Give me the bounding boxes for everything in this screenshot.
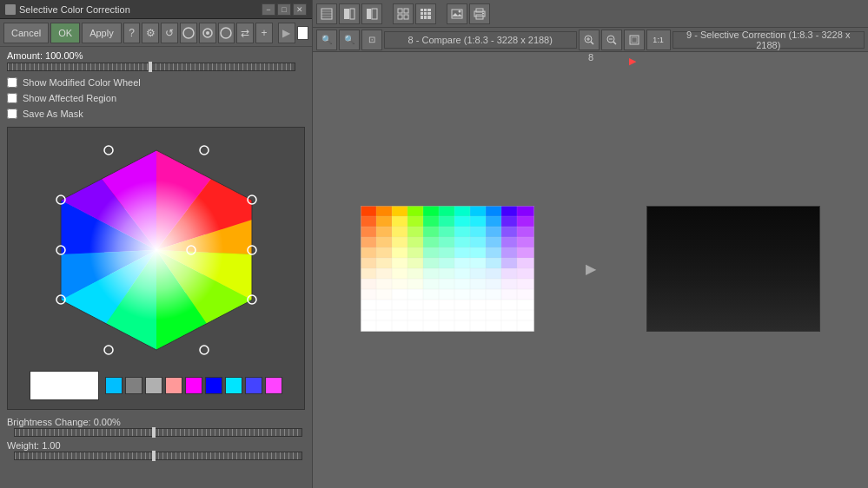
rt-btn-print[interactable] bbox=[469, 3, 490, 24]
swatch-lightpink[interactable] bbox=[165, 377, 182, 394]
svg-point-14 bbox=[200, 146, 209, 155]
svg-rect-146 bbox=[517, 279, 534, 289]
save-mask-checkbox[interactable] bbox=[7, 109, 17, 119]
scroll-arrow[interactable]: ▶ bbox=[278, 23, 295, 43]
svg-point-20 bbox=[104, 346, 113, 354]
zoom-fit-btn[interactable]: ⊡ bbox=[361, 30, 382, 50]
apply-button[interactable]: Apply bbox=[82, 23, 122, 43]
maximize-button[interactable]: □ bbox=[277, 3, 291, 16]
svg-rect-73 bbox=[407, 216, 423, 227]
hex-wheel[interactable] bbox=[39, 133, 274, 367]
zoom-in-btn[interactable]: 🔍 bbox=[316, 30, 337, 50]
tool1-button[interactable] bbox=[180, 23, 197, 43]
weight-slider-thumb[interactable] bbox=[152, 451, 156, 461]
svg-rect-188 bbox=[486, 320, 501, 332]
zoom-reset-btn[interactable] bbox=[624, 30, 645, 50]
rt-btn-grid1[interactable] bbox=[393, 3, 414, 24]
zoom-in-btn2[interactable] bbox=[579, 30, 600, 50]
svg-rect-67 bbox=[486, 206, 501, 216]
title-bar: Selective Color Correction − □ ✕ bbox=[0, 0, 312, 19]
svg-rect-182 bbox=[392, 320, 407, 332]
svg-rect-129 bbox=[423, 268, 439, 279]
ok-button[interactable]: OK bbox=[50, 23, 80, 43]
svg-rect-117 bbox=[407, 258, 423, 268]
swatch-pink[interactable] bbox=[265, 377, 282, 394]
svg-rect-106 bbox=[407, 247, 423, 258]
tool4-button[interactable]: ⇄ bbox=[236, 23, 254, 43]
tool2-button[interactable] bbox=[199, 23, 216, 43]
swatch-cyan2[interactable] bbox=[225, 377, 242, 394]
weight-slider-track[interactable] bbox=[14, 452, 302, 460]
rt-btn-view3[interactable] bbox=[361, 3, 382, 24]
swatch-cyan[interactable] bbox=[105, 377, 123, 394]
svg-rect-92 bbox=[361, 237, 376, 247]
svg-rect-136 bbox=[361, 279, 376, 289]
svg-rect-141 bbox=[439, 279, 454, 289]
svg-rect-113 bbox=[517, 247, 534, 258]
left-image-content[interactable]: /* we'll render this as colored rectangl… bbox=[316, 56, 579, 481]
title-bar-text: Selective Color Correction bbox=[19, 4, 262, 15]
swatch-magenta[interactable] bbox=[185, 377, 202, 394]
svg-rect-97 bbox=[439, 237, 454, 247]
minimize-button[interactable]: − bbox=[262, 3, 275, 16]
tool3-button[interactable] bbox=[218, 23, 235, 43]
tool5-button[interactable]: + bbox=[255, 23, 273, 43]
svg-rect-74 bbox=[423, 216, 439, 227]
zoom-out-btn2[interactable] bbox=[601, 30, 622, 50]
cancel-button[interactable]: Cancel bbox=[3, 23, 49, 43]
svg-rect-167 bbox=[501, 300, 517, 310]
svg-rect-162 bbox=[423, 300, 439, 310]
help-button[interactable]: ? bbox=[123, 23, 141, 43]
show-modified-checkbox[interactable] bbox=[7, 77, 17, 88]
svg-rect-170 bbox=[376, 310, 392, 320]
svg-rect-145 bbox=[501, 279, 517, 289]
amount-slider-thumb[interactable] bbox=[149, 62, 152, 72]
svg-rect-147 bbox=[361, 289, 376, 300]
svg-line-53 bbox=[591, 42, 593, 44]
right-image-content[interactable] bbox=[603, 56, 865, 481]
svg-rect-138 bbox=[392, 279, 407, 289]
svg-rect-88 bbox=[470, 227, 486, 237]
toolbar: Cancel OK Apply ? ⚙ ↺ ⇄ + ▶ bbox=[0, 19, 312, 47]
reset-button[interactable]: ↺ bbox=[161, 23, 178, 43]
svg-rect-35 bbox=[421, 9, 423, 11]
brightness-slider-track[interactable] bbox=[14, 428, 302, 437]
amount-slider-track[interactable] bbox=[7, 63, 295, 71]
image-area: /* we'll render this as colored rectangl… bbox=[313, 52, 868, 485]
swatch-gray[interactable] bbox=[125, 377, 142, 394]
show-affected-checkbox[interactable] bbox=[7, 93, 17, 103]
svg-rect-116 bbox=[392, 258, 407, 268]
close-button[interactable]: ✕ bbox=[293, 3, 307, 16]
swatch-blue[interactable] bbox=[205, 377, 222, 394]
svg-rect-148 bbox=[376, 289, 392, 300]
svg-line-56 bbox=[613, 42, 616, 44]
show-modified-label: Show Modified Color Wheel bbox=[23, 77, 141, 88]
svg-rect-177 bbox=[486, 310, 501, 320]
rt-btn-image[interactable] bbox=[447, 3, 467, 24]
zoom-1to1-btn[interactable]: 1:1 bbox=[646, 30, 671, 50]
rt-btn-hatch2[interactable] bbox=[339, 3, 360, 24]
swatch-blue2[interactable] bbox=[245, 377, 262, 394]
brightness-slider-thumb[interactable] bbox=[152, 427, 156, 438]
svg-rect-111 bbox=[486, 247, 501, 258]
settings-button[interactable]: ⚙ bbox=[142, 23, 159, 43]
svg-rect-118 bbox=[423, 258, 439, 268]
swatch-lightgray[interactable] bbox=[145, 377, 162, 394]
svg-rect-112 bbox=[501, 247, 517, 258]
svg-rect-114 bbox=[361, 258, 376, 268]
svg-rect-100 bbox=[486, 237, 501, 247]
rt-btn-grid2[interactable] bbox=[415, 3, 436, 24]
red-indicator: ▶ bbox=[627, 56, 638, 67]
svg-rect-180 bbox=[361, 320, 376, 332]
rt-btn-hatch1[interactable] bbox=[316, 3, 337, 24]
selected-color-box[interactable] bbox=[30, 371, 99, 400]
svg-rect-79 bbox=[501, 216, 517, 227]
svg-rect-115 bbox=[376, 258, 392, 268]
svg-rect-41 bbox=[421, 16, 423, 19]
zoom-out-btn[interactable]: 🔍 bbox=[339, 30, 360, 50]
svg-rect-160 bbox=[392, 300, 407, 310]
svg-rect-39 bbox=[424, 12, 427, 15]
svg-rect-166 bbox=[486, 300, 501, 310]
svg-rect-123 bbox=[501, 258, 517, 268]
svg-rect-156 bbox=[501, 289, 517, 300]
